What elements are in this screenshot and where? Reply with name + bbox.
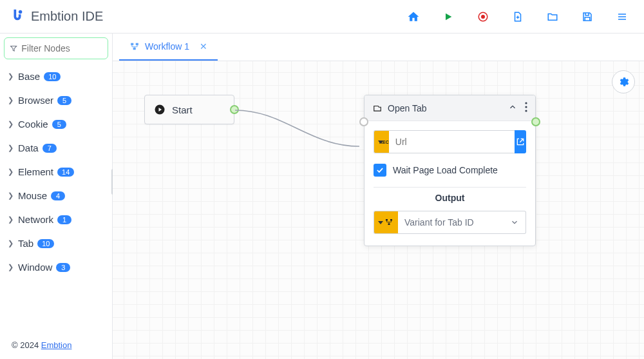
category-count-badge: 3 bbox=[56, 263, 70, 272]
chevron-right-icon: ❯ bbox=[8, 144, 14, 152]
svg-rect-4 bbox=[133, 48, 136, 50]
svg-point-7 bbox=[525, 106, 527, 108]
logo-icon bbox=[10, 8, 24, 25]
svg-rect-10 bbox=[390, 219, 392, 221]
category-count-badge: 5 bbox=[57, 96, 71, 105]
sidebar-category-data[interactable]: ❯Data7 bbox=[0, 136, 112, 160]
tab-icon bbox=[372, 104, 383, 113]
branch-icon bbox=[384, 218, 393, 226]
wait-checkbox[interactable] bbox=[374, 164, 386, 177]
home-icon[interactable] bbox=[407, 10, 420, 23]
open-tab-title: Open Tab bbox=[388, 103, 503, 113]
sidebar: ❯Base10❯Browser5❯Cookie5❯Data7❯Element14… bbox=[0, 34, 113, 359]
check-icon bbox=[375, 166, 384, 175]
open-tab-output-port[interactable] bbox=[531, 117, 540, 126]
edge-connector bbox=[232, 97, 367, 162]
canvas-area: Workflow 1 ✕ Start Open Tab bbox=[113, 34, 644, 359]
category-count-badge: 14 bbox=[57, 168, 74, 177]
category-count-badge: 4 bbox=[51, 191, 65, 200]
filter-nodes-input[interactable] bbox=[4, 37, 108, 59]
svg-point-8 bbox=[525, 110, 527, 112]
chevron-right-icon: ❯ bbox=[8, 263, 14, 271]
svg-rect-11 bbox=[388, 224, 390, 226]
chevron-right-icon: ❯ bbox=[8, 96, 14, 104]
app-title: Embtion IDE bbox=[31, 9, 103, 24]
wait-label: Wait Page Load Complete bbox=[393, 165, 498, 175]
url-input[interactable] bbox=[389, 130, 515, 153]
open-tab-header: Open Tab bbox=[365, 95, 535, 121]
category-label: Network bbox=[18, 214, 53, 225]
svg-rect-3 bbox=[136, 43, 138, 46]
variant-type-dropdown[interactable] bbox=[374, 211, 398, 234]
save-icon[interactable] bbox=[581, 10, 594, 23]
play-icon[interactable] bbox=[442, 10, 455, 23]
tab-close-icon[interactable]: ✕ bbox=[200, 41, 207, 52]
wait-checkbox-row[interactable]: Wait Page Load Complete bbox=[374, 164, 526, 177]
tab-label: Workflow 1 bbox=[145, 41, 189, 52]
variant-placeholder: Variant for Tab ID bbox=[404, 217, 474, 228]
category-label: Window bbox=[18, 262, 52, 273]
category-label: Cookie bbox=[18, 119, 48, 130]
svg-rect-2 bbox=[131, 43, 133, 46]
output-heading: Output bbox=[374, 188, 526, 211]
category-label: Data bbox=[18, 142, 39, 153]
category-label: Element bbox=[18, 166, 53, 177]
category-label: Mouse bbox=[18, 190, 47, 201]
workflow-icon bbox=[129, 42, 140, 51]
sidebar-category-mouse[interactable]: ❯Mouse4 bbox=[0, 184, 112, 208]
start-node-output-port[interactable] bbox=[230, 105, 239, 114]
category-count-badge: 7 bbox=[43, 144, 57, 153]
open-external-button[interactable] bbox=[515, 130, 526, 153]
chevron-right-icon: ❯ bbox=[8, 191, 14, 200]
filter-icon bbox=[10, 44, 17, 53]
sidebar-category-cookie[interactable]: ❯Cookie5 bbox=[0, 112, 112, 136]
category-label: Base bbox=[18, 71, 40, 82]
open-tab-node[interactable]: Open Tab REC bbox=[364, 95, 536, 246]
play-circle-icon bbox=[154, 104, 166, 115]
sidebar-category-browser[interactable]: ❯Browser5 bbox=[0, 88, 112, 112]
open-tab-input-port[interactable] bbox=[359, 117, 368, 126]
canvas[interactable]: Start Open Tab bbox=[113, 61, 644, 359]
url-type-dropdown[interactable]: REC bbox=[374, 130, 389, 153]
category-label: Browser bbox=[18, 95, 53, 106]
variant-row: Variant for Tab ID bbox=[374, 211, 526, 234]
sidebar-category-network[interactable]: ❯Network1 bbox=[0, 208, 112, 231]
sidebar-category-base[interactable]: ❯Base10 bbox=[0, 64, 112, 88]
stop-record-icon[interactable] bbox=[477, 10, 489, 23]
category-label: Tab bbox=[18, 238, 33, 249]
variant-select[interactable]: Variant for Tab ID bbox=[398, 211, 526, 234]
gear-icon bbox=[618, 76, 629, 88]
chevron-right-icon: ❯ bbox=[8, 215, 14, 224]
category-count-badge: 10 bbox=[37, 239, 54, 248]
footer-link[interactable]: Embtion bbox=[41, 340, 72, 350]
menu-icon[interactable] bbox=[616, 10, 629, 23]
svg-point-1 bbox=[481, 15, 485, 19]
settings-gear-button[interactable] bbox=[612, 70, 635, 93]
chevron-right-icon: ❯ bbox=[8, 120, 14, 128]
sidebar-category-window[interactable]: ❯Window3 bbox=[0, 255, 112, 279]
collapse-icon[interactable] bbox=[508, 102, 517, 114]
start-node[interactable]: Start bbox=[144, 95, 234, 124]
chevron-down-icon bbox=[510, 218, 519, 227]
svg-rect-9 bbox=[386, 219, 388, 221]
chevron-right-icon: ❯ bbox=[8, 72, 14, 81]
sidebar-category-element[interactable]: ❯Element14 bbox=[0, 160, 112, 184]
sidebar-category-tab[interactable]: ❯Tab10 bbox=[0, 231, 112, 255]
logo-area: Embtion IDE bbox=[10, 8, 103, 25]
svg-point-6 bbox=[525, 102, 527, 104]
start-node-label: Start bbox=[172, 104, 193, 115]
tab-workflow[interactable]: Workflow 1 ✕ bbox=[119, 34, 218, 61]
new-file-icon[interactable] bbox=[511, 10, 524, 23]
category-count-badge: 1 bbox=[57, 215, 71, 224]
category-count-badge: 5 bbox=[52, 120, 66, 129]
chevron-right-icon: ❯ bbox=[8, 239, 14, 247]
chevron-right-icon: ❯ bbox=[8, 168, 14, 176]
url-row: REC bbox=[374, 130, 526, 153]
footer: © 2024 Embtion bbox=[0, 331, 112, 359]
folder-icon[interactable] bbox=[546, 10, 559, 23]
category-count-badge: 10 bbox=[44, 72, 61, 81]
open-external-icon bbox=[515, 137, 526, 147]
topbar: Embtion IDE bbox=[0, 0, 644, 34]
more-icon[interactable] bbox=[525, 102, 527, 115]
topbar-actions bbox=[407, 10, 634, 23]
